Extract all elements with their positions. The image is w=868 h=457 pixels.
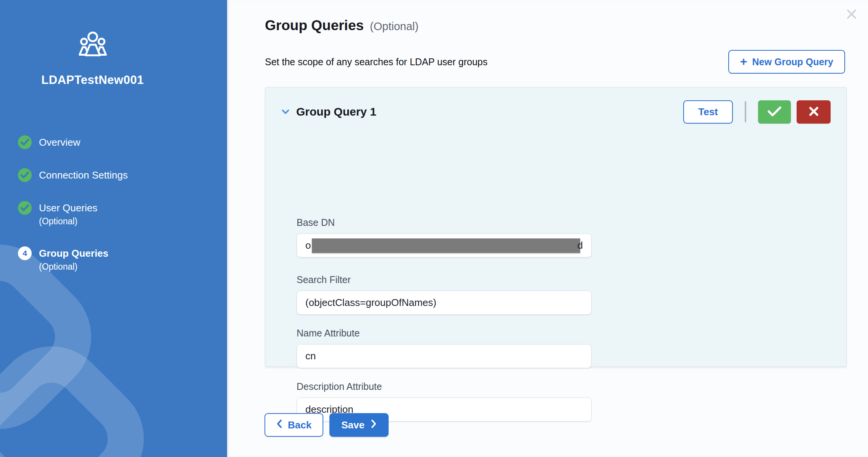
step-complete-check-icon — [18, 201, 32, 215]
chevron-left-icon — [276, 419, 282, 431]
base-dn-input[interactable]: o d — [297, 233, 592, 257]
step-complete-check-icon — [18, 135, 32, 149]
sidebar-item-label: Connection Settings — [39, 168, 128, 182]
group-query-card: Group Query 1 Test — [265, 87, 847, 367]
group-queries-panel: Group Queries (Optional) Set the scope o… — [227, 0, 868, 457]
sidebar-item-user-queries[interactable]: User Queries (Optional) — [18, 201, 128, 227]
brand-block: LDAPTestNew001 — [0, 31, 185, 87]
sidebar-item-label: Overview — [39, 135, 80, 149]
wizard-sidebar: LDAPTestNew001 Overview Connection Setti… — [0, 0, 227, 457]
back-button-label: Back — [288, 419, 311, 431]
sidebar-item-group-queries[interactable]: 4 Group Queries (Optional) — [18, 246, 128, 273]
group-query-title: Group Query 1 — [296, 105, 376, 118]
page-title: Group Queries — [265, 18, 364, 34]
name-attribute-input[interactable] — [297, 344, 592, 368]
save-button-label: Save — [341, 419, 365, 431]
description-attribute-label: Description Attribute — [297, 381, 592, 392]
test-button[interactable]: Test — [683, 100, 733, 124]
card-header-actions: Test — [683, 100, 831, 124]
new-group-query-button[interactable]: + New Group Query — [728, 50, 845, 74]
search-filter-input[interactable] — [297, 291, 592, 315]
new-group-query-label: New Group Query — [752, 56, 833, 68]
base-dn-field: Base DN o d — [297, 217, 592, 257]
page-subtitle: Set the scope of any searches for LDAP u… — [265, 56, 487, 68]
step-number-badge: 4 — [18, 246, 32, 260]
save-button[interactable]: Save — [329, 413, 389, 437]
name-attribute-field: Name Attribute — [297, 328, 592, 368]
search-filter-label: Search Filter — [297, 274, 592, 285]
page-title-row: Group Queries (Optional) — [265, 18, 418, 34]
base-dn-visible-suffix: d — [578, 240, 583, 251]
group-query-card-header: Group Query 1 Test — [265, 100, 846, 124]
name-attribute-label: Name Attribute — [297, 328, 592, 339]
base-dn-visible-prefix: o — [305, 240, 311, 251]
wizard-footer: Back Save — [265, 413, 389, 437]
cancel-button[interactable] — [797, 100, 831, 124]
back-button[interactable]: Back — [265, 413, 323, 437]
redaction-bar — [312, 238, 580, 253]
group-people-icon — [77, 31, 108, 61]
sidebar-item-label: User Queries — [39, 201, 97, 215]
sidebar-item-connection-settings[interactable]: Connection Settings — [18, 168, 128, 182]
sidebar-item-label: Group Queries — [39, 246, 108, 260]
x-icon — [808, 106, 819, 118]
connector-name: LDAPTestNew001 — [0, 73, 185, 87]
chevron-down-icon[interactable] — [279, 105, 292, 118]
confirm-button[interactable] — [758, 100, 791, 124]
sidebar-item-optional-tag: (Optional) — [39, 261, 108, 273]
sidebar-item-overview[interactable]: Overview — [18, 135, 128, 149]
wizard-steps: Overview Connection Settings User Querie… — [18, 135, 128, 273]
check-icon — [767, 106, 782, 118]
page-title-optional-tag: (Optional) — [370, 20, 418, 33]
step-complete-check-icon — [18, 168, 32, 182]
base-dn-label: Base DN — [297, 217, 592, 228]
search-filter-field: Search Filter — [297, 274, 592, 315]
divider — [745, 101, 746, 122]
chevron-right-icon — [371, 419, 377, 431]
plus-icon: + — [740, 55, 747, 68]
sidebar-item-optional-tag: (Optional) — [39, 215, 97, 227]
close-icon[interactable] — [845, 8, 858, 21]
